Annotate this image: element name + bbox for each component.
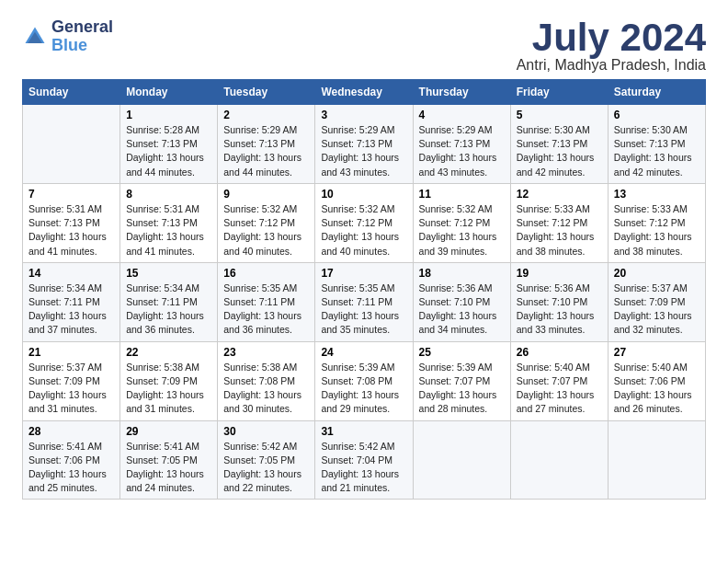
day-info: Sunrise: 5:33 AM Sunset: 7:12 PM Dayligh… xyxy=(517,202,602,259)
day-info: Sunrise: 5:37 AM Sunset: 7:09 PM Dayligh… xyxy=(614,282,700,338)
day-number: 27 xyxy=(614,346,700,359)
calendar-cell: 30Sunrise: 5:42 AM Sunset: 7:05 PM Dayli… xyxy=(218,420,315,500)
header-wednesday: Wednesday xyxy=(315,80,413,105)
calendar-cell: 10Sunrise: 5:32 AM Sunset: 7:12 PM Dayli… xyxy=(315,183,413,262)
day-number: 8 xyxy=(126,188,211,201)
day-info: Sunrise: 5:31 AM Sunset: 7:13 PM Dayligh… xyxy=(126,202,211,259)
calendar-cell: 25Sunrise: 5:39 AM Sunset: 7:07 PM Dayli… xyxy=(413,341,510,420)
logo-general: General xyxy=(51,18,113,37)
day-info: Sunrise: 5:38 AM Sunset: 7:08 PM Dayligh… xyxy=(223,361,309,417)
calendar-cell: 5Sunrise: 5:30 AM Sunset: 7:13 PM Daylig… xyxy=(510,105,608,184)
day-number: 25 xyxy=(419,346,505,359)
day-number: 24 xyxy=(321,346,406,359)
day-info: Sunrise: 5:28 AM Sunset: 7:13 PM Dayligh… xyxy=(126,123,211,179)
calendar-cell: 18Sunrise: 5:36 AM Sunset: 7:10 PM Dayli… xyxy=(413,262,510,341)
calendar-header-row: SundayMondayTuesdayWednesdayThursdayFrid… xyxy=(23,80,706,105)
calendar-cell xyxy=(413,420,510,500)
day-info: Sunrise: 5:33 AM Sunset: 7:12 PM Dayligh… xyxy=(614,202,700,259)
day-number: 12 xyxy=(517,188,602,201)
day-number: 6 xyxy=(614,109,700,121)
day-info: Sunrise: 5:32 AM Sunset: 7:12 PM Dayligh… xyxy=(223,202,309,259)
calendar-cell: 9Sunrise: 5:32 AM Sunset: 7:12 PM Daylig… xyxy=(218,183,315,262)
day-number: 11 xyxy=(419,188,505,201)
day-number: 19 xyxy=(517,267,602,280)
day-info: Sunrise: 5:41 AM Sunset: 7:05 PM Dayligh… xyxy=(126,440,211,496)
day-number: 28 xyxy=(28,425,114,438)
header-saturday: Saturday xyxy=(608,80,705,105)
title-block: July 2024 Antri, Madhya Pradesh, India xyxy=(517,18,706,74)
day-number: 1 xyxy=(126,109,211,121)
calendar-cell: 15Sunrise: 5:34 AM Sunset: 7:11 PM Dayli… xyxy=(120,262,218,341)
page-header: General Blue July 2024 Antri, Madhya Pra… xyxy=(22,18,706,74)
header-sunday: Sunday xyxy=(23,80,120,105)
day-number: 15 xyxy=(126,267,211,280)
calendar-cell: 1Sunrise: 5:28 AM Sunset: 7:13 PM Daylig… xyxy=(120,105,218,184)
day-info: Sunrise: 5:42 AM Sunset: 7:04 PM Dayligh… xyxy=(321,440,406,496)
calendar-cell: 3Sunrise: 5:29 AM Sunset: 7:13 PM Daylig… xyxy=(315,105,413,184)
week-row-5: 28Sunrise: 5:41 AM Sunset: 7:06 PM Dayli… xyxy=(23,420,706,500)
calendar-cell: 4Sunrise: 5:29 AM Sunset: 7:13 PM Daylig… xyxy=(413,105,510,184)
day-info: Sunrise: 5:32 AM Sunset: 7:12 PM Dayligh… xyxy=(419,202,505,259)
week-row-4: 21Sunrise: 5:37 AM Sunset: 7:09 PM Dayli… xyxy=(23,341,706,420)
day-info: Sunrise: 5:37 AM Sunset: 7:09 PM Dayligh… xyxy=(28,361,114,417)
day-number: 3 xyxy=(321,109,406,121)
day-info: Sunrise: 5:36 AM Sunset: 7:10 PM Dayligh… xyxy=(419,282,505,338)
calendar-cell xyxy=(23,105,120,184)
week-row-2: 7Sunrise: 5:31 AM Sunset: 7:13 PM Daylig… xyxy=(23,183,706,262)
day-number: 10 xyxy=(321,188,406,201)
week-row-3: 14Sunrise: 5:34 AM Sunset: 7:11 PM Dayli… xyxy=(23,262,706,341)
calendar-table: SundayMondayTuesdayWednesdayThursdayFrid… xyxy=(22,79,706,500)
calendar-cell: 11Sunrise: 5:32 AM Sunset: 7:12 PM Dayli… xyxy=(413,183,510,262)
calendar-cell: 23Sunrise: 5:38 AM Sunset: 7:08 PM Dayli… xyxy=(218,341,315,420)
day-number: 23 xyxy=(223,346,309,359)
day-number: 18 xyxy=(419,267,505,280)
week-row-1: 1Sunrise: 5:28 AM Sunset: 7:13 PM Daylig… xyxy=(23,105,706,184)
day-number: 16 xyxy=(223,267,309,280)
calendar-cell xyxy=(608,420,705,500)
day-info: Sunrise: 5:34 AM Sunset: 7:11 PM Dayligh… xyxy=(28,282,114,338)
day-info: Sunrise: 5:42 AM Sunset: 7:05 PM Dayligh… xyxy=(223,440,309,496)
logo-blue: Blue xyxy=(51,37,113,55)
page-subtitle: Antri, Madhya Pradesh, India xyxy=(517,57,706,74)
day-info: Sunrise: 5:38 AM Sunset: 7:09 PM Dayligh… xyxy=(126,361,211,417)
header-tuesday: Tuesday xyxy=(218,80,315,105)
day-info: Sunrise: 5:39 AM Sunset: 7:07 PM Dayligh… xyxy=(419,361,505,417)
day-number: 26 xyxy=(517,346,602,359)
day-info: Sunrise: 5:41 AM Sunset: 7:06 PM Dayligh… xyxy=(28,440,114,496)
calendar-cell: 13Sunrise: 5:33 AM Sunset: 7:12 PM Dayli… xyxy=(608,183,705,262)
calendar-cell: 14Sunrise: 5:34 AM Sunset: 7:11 PM Dayli… xyxy=(23,262,120,341)
calendar-cell: 28Sunrise: 5:41 AM Sunset: 7:06 PM Dayli… xyxy=(23,420,120,500)
day-info: Sunrise: 5:40 AM Sunset: 7:07 PM Dayligh… xyxy=(517,361,602,417)
header-friday: Friday xyxy=(510,80,608,105)
day-number: 20 xyxy=(614,267,700,280)
day-number: 7 xyxy=(28,188,114,201)
header-monday: Monday xyxy=(120,80,218,105)
day-number: 29 xyxy=(126,425,211,438)
calendar-cell: 6Sunrise: 5:30 AM Sunset: 7:13 PM Daylig… xyxy=(608,105,705,184)
day-info: Sunrise: 5:35 AM Sunset: 7:11 PM Dayligh… xyxy=(321,282,406,338)
day-info: Sunrise: 5:29 AM Sunset: 7:13 PM Dayligh… xyxy=(223,123,309,179)
calendar-cell: 12Sunrise: 5:33 AM Sunset: 7:12 PM Dayli… xyxy=(510,183,608,262)
day-info: Sunrise: 5:29 AM Sunset: 7:13 PM Dayligh… xyxy=(321,123,406,179)
calendar-cell xyxy=(510,420,608,500)
day-number: 13 xyxy=(614,188,700,201)
day-number: 2 xyxy=(223,109,309,121)
day-info: Sunrise: 5:35 AM Sunset: 7:11 PM Dayligh… xyxy=(223,282,309,338)
calendar-cell: 29Sunrise: 5:41 AM Sunset: 7:05 PM Dayli… xyxy=(120,420,218,500)
calendar-cell: 22Sunrise: 5:38 AM Sunset: 7:09 PM Dayli… xyxy=(120,341,218,420)
day-info: Sunrise: 5:36 AM Sunset: 7:10 PM Dayligh… xyxy=(517,282,602,338)
day-info: Sunrise: 5:31 AM Sunset: 7:13 PM Dayligh… xyxy=(28,202,114,259)
day-info: Sunrise: 5:40 AM Sunset: 7:06 PM Dayligh… xyxy=(614,361,700,417)
calendar-cell: 27Sunrise: 5:40 AM Sunset: 7:06 PM Dayli… xyxy=(608,341,705,420)
calendar-cell: 20Sunrise: 5:37 AM Sunset: 7:09 PM Dayli… xyxy=(608,262,705,341)
day-number: 30 xyxy=(223,425,309,438)
day-number: 9 xyxy=(223,188,309,201)
day-number: 17 xyxy=(321,267,406,280)
day-info: Sunrise: 5:30 AM Sunset: 7:13 PM Dayligh… xyxy=(614,123,700,179)
day-info: Sunrise: 5:29 AM Sunset: 7:13 PM Dayligh… xyxy=(419,123,505,179)
calendar-cell: 16Sunrise: 5:35 AM Sunset: 7:11 PM Dayli… xyxy=(218,262,315,341)
calendar-cell: 21Sunrise: 5:37 AM Sunset: 7:09 PM Dayli… xyxy=(23,341,120,420)
day-info: Sunrise: 5:32 AM Sunset: 7:12 PM Dayligh… xyxy=(321,202,406,259)
day-number: 31 xyxy=(321,425,406,438)
calendar-cell: 26Sunrise: 5:40 AM Sunset: 7:07 PM Dayli… xyxy=(510,341,608,420)
